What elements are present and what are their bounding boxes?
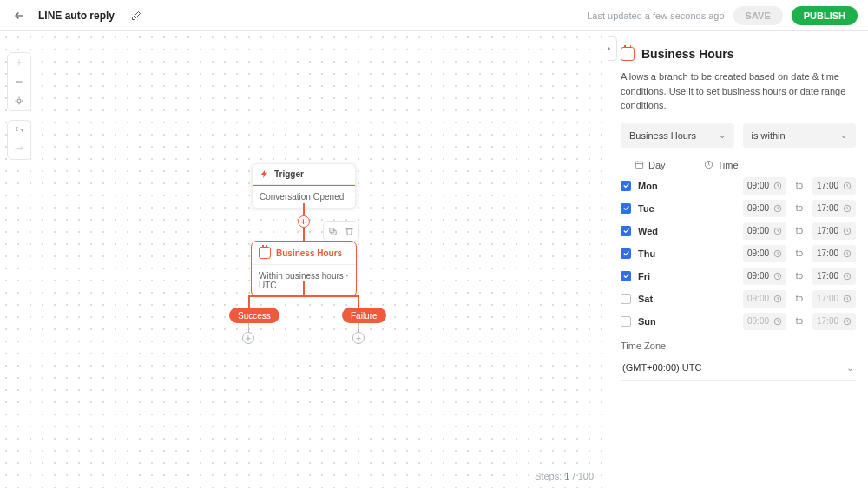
clock-icon <box>843 295 852 303</box>
clock-icon <box>773 182 782 190</box>
branch-pill-success[interactable]: Success <box>229 308 279 323</box>
app-header: LINE auto reply Last updated a few secon… <box>0 0 868 31</box>
col-header-time: Time <box>704 160 739 170</box>
redo-button[interactable] <box>7 140 31 159</box>
undo-icon <box>13 125 25 136</box>
day-row-tue: Tue09:00to17:00 <box>621 200 856 217</box>
to-label: to <box>793 248 806 258</box>
node-actions <box>323 221 359 242</box>
node-bh-head: Business Hours <box>252 242 356 265</box>
add-step-failure-button[interactable]: + <box>352 332 365 344</box>
duplicate-button[interactable] <box>328 227 338 236</box>
fit-view-button[interactable] <box>7 91 31 110</box>
time-to-sat[interactable]: 17:00 <box>812 290 856 308</box>
collapse-panel-button[interactable] <box>608 36 617 61</box>
clock-icon <box>843 272 852 281</box>
schedule-rows: Mon09:00to17:00Tue09:00to17:00Wed09:00to… <box>621 177 856 330</box>
to-label: to <box>793 271 806 281</box>
time-to-wed[interactable]: 17:00 <box>812 222 856 240</box>
condition-operator-select[interactable]: is within ⌄ <box>743 123 857 148</box>
back-button[interactable] <box>10 7 28 24</box>
time-to-sun[interactable]: 17:00 <box>812 313 856 330</box>
node-bh-title: Business Hours <box>276 248 342 258</box>
workflow-title: LINE auto reply <box>38 10 115 22</box>
day-label: Fri <box>638 271 662 281</box>
time-from-tue[interactable]: 09:00 <box>743 200 786 217</box>
clock-icon <box>773 295 782 303</box>
add-step-success-button[interactable]: + <box>242 332 254 344</box>
to-label: to <box>793 316 806 326</box>
time-from-wed[interactable]: 09:00 <box>743 222 786 240</box>
to-label: to <box>793 294 806 303</box>
zoom-out-button[interactable] <box>7 72 31 91</box>
time-from-sun[interactable]: 09:00 <box>743 313 786 330</box>
day-label: Wed <box>638 226 662 236</box>
chevron-down-icon: ⌄ <box>846 362 854 374</box>
delete-button[interactable] <box>345 227 354 236</box>
zoom-toolbar <box>7 52 31 111</box>
clock-icon <box>773 227 782 235</box>
time-from-mon[interactable]: 09:00 <box>743 177 786 195</box>
side-panel: Business Hours Allows a branch to be cre… <box>608 31 868 490</box>
day-label: Mon <box>638 181 662 191</box>
bolt-icon <box>260 169 269 179</box>
minus-icon <box>14 76 24 87</box>
condition-operator-value: is within <box>752 130 786 141</box>
time-from-thu[interactable]: 09:00 <box>743 245 786 262</box>
day-label: Sun <box>638 316 662 327</box>
arrow-left-icon <box>13 10 25 22</box>
clock-icon <box>773 317 782 326</box>
panel-title: Business Hours <box>641 47 734 61</box>
day-checkbox-wed[interactable] <box>621 226 631 236</box>
crosshair-icon <box>14 96 24 106</box>
node-trigger[interactable]: Trigger Conversation Opened <box>252 163 356 209</box>
publish-button[interactable]: PUBLISH <box>792 6 858 25</box>
clock-icon <box>773 204 782 213</box>
clock-icon <box>843 249 852 258</box>
time-to-thu[interactable]: 17:00 <box>812 245 856 262</box>
time-to-fri[interactable]: 17:00 <box>812 268 856 285</box>
condition-type-select[interactable]: Business Hours ⌄ <box>621 123 734 148</box>
calendar-icon <box>621 47 635 61</box>
header-right: Last updated a few seconds ago SAVE PUBL… <box>587 6 858 25</box>
add-step-button[interactable]: + <box>298 215 310 228</box>
timezone-select[interactable]: (GMT+00:00) UTC ⌄ <box>621 356 856 381</box>
day-checkbox-mon[interactable] <box>621 181 631 191</box>
connector-line <box>303 281 305 295</box>
day-row-sun: Sun09:00to17:00 <box>621 313 856 330</box>
clock-icon <box>843 227 852 235</box>
svg-point-0 <box>17 99 21 103</box>
node-trigger-title: Trigger <box>274 169 304 179</box>
steps-sep: / <box>569 471 577 481</box>
day-row-fri: Fri09:00to17:00 <box>621 268 856 285</box>
clock-icon <box>843 317 852 326</box>
day-checkbox-sun[interactable] <box>621 316 631 327</box>
steps-total: 100 <box>578 471 594 481</box>
edit-title-button[interactable] <box>128 8 144 23</box>
time-from-sat[interactable]: 09:00 <box>743 290 786 308</box>
day-checkbox-thu[interactable] <box>621 248 631 259</box>
steps-label: Steps: <box>535 471 562 481</box>
zoom-in-button[interactable] <box>7 53 31 72</box>
day-row-mon: Mon09:00to17:00 <box>621 177 856 195</box>
time-from-fri[interactable]: 09:00 <box>743 268 786 285</box>
save-button[interactable]: SAVE <box>733 6 783 25</box>
col-header-day: Day <box>635 160 666 170</box>
timezone-label: Time Zone <box>621 341 856 351</box>
branch-hbar <box>248 295 359 297</box>
time-to-mon[interactable]: 17:00 <box>812 177 856 195</box>
copy-icon <box>328 227 338 236</box>
day-row-sat: Sat09:00to17:00 <box>621 290 856 308</box>
flow-canvas[interactable]: Trigger Conversation Opened + Business H… <box>0 31 608 490</box>
time-to-tue[interactable]: 17:00 <box>812 200 856 217</box>
branch-pill-failure[interactable]: Failure <box>342 308 386 323</box>
day-row-thu: Thu09:00to17:00 <box>621 245 856 262</box>
day-checkbox-tue[interactable] <box>621 203 631 214</box>
day-checkbox-fri[interactable] <box>621 271 631 281</box>
day-row-wed: Wed09:00to17:00 <box>621 222 856 240</box>
day-label: Thu <box>638 248 662 259</box>
condition-type-value: Business Hours <box>629 130 696 141</box>
day-checkbox-sat[interactable] <box>621 294 631 304</box>
connector-line <box>248 295 250 308</box>
undo-button[interactable] <box>7 121 31 140</box>
